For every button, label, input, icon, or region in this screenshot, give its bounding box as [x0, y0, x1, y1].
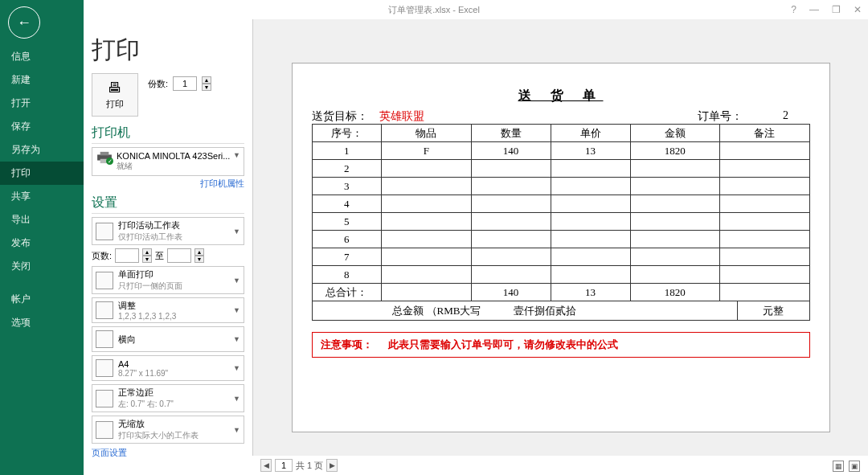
- doc-table: 序号：物品数量单价金额备注 1F1401318202345678 总合计： 14…: [312, 124, 810, 301]
- sidebar-item-9[interactable]: 关闭: [0, 255, 84, 278]
- print-settings-panel: 打印 🖶 打印 份数: ▲▼ 打印机 ✓ KONICA MINOLTA 423S…: [84, 29, 252, 467]
- setting-orientation[interactable]: 横向▼: [92, 326, 244, 352]
- sidebar-item-1[interactable]: 新建: [0, 68, 84, 92]
- page-setup-link[interactable]: 页面设置: [92, 447, 244, 459]
- sidebar-item-3[interactable]: 保存: [0, 115, 84, 138]
- close-icon[interactable]: ✕: [854, 4, 862, 15]
- sidebar-item-0[interactable]: 信息: [0, 45, 84, 68]
- view-controls: ▦ ▣: [833, 461, 860, 472]
- minimize-icon[interactable]: —: [809, 4, 819, 15]
- sidebar-item-4[interactable]: 另存为: [0, 138, 84, 162]
- sidebar-bottom-0[interactable]: 帐户: [0, 288, 84, 311]
- setting-margins[interactable]: 正常边距左: 0.7" 右: 0.7"▼: [92, 384, 244, 412]
- pages-to-input[interactable]: [167, 248, 191, 263]
- help-icon[interactable]: ?: [791, 4, 796, 15]
- back-button[interactable]: ←: [8, 6, 40, 39]
- printer-props-link[interactable]: 打印机属性: [92, 178, 244, 190]
- setting-paper[interactable]: A48.27" x 11.69"▼: [92, 355, 244, 381]
- order-label: 订单号：: [698, 109, 762, 124]
- printer-selector[interactable]: ✓ KONICA MINOLTA 423Seri... 就绪 ▼: [92, 147, 244, 176]
- table-row: 5: [312, 213, 809, 231]
- table-row: 7: [312, 248, 809, 266]
- doc-header-row: 送货目标： 英雄联盟 订单号： 2: [312, 109, 810, 124]
- setting-icon: [96, 359, 113, 377]
- setting-icon: [96, 223, 113, 240]
- setting-print-what[interactable]: 打印活动工作表仅打印活动工作表▼: [92, 217, 244, 245]
- table-row: 6: [312, 231, 809, 248]
- order-value: 2: [762, 109, 810, 124]
- setting-scale[interactable]: 无缩放打印实际大小的工作表▼: [92, 416, 244, 444]
- sidebar-item-2[interactable]: 打开: [0, 92, 84, 115]
- show-margins-icon[interactable]: ▦: [833, 461, 844, 472]
- total-price: 13: [551, 284, 630, 301]
- table-row: 4: [312, 195, 809, 213]
- settings-heading: 设置: [92, 195, 244, 214]
- restore-icon[interactable]: ❐: [832, 4, 841, 15]
- chevron-down-icon: ▼: [233, 426, 240, 434]
- setting-icon: [96, 301, 113, 319]
- amtcn-label: 总金额 （RMB大写: [313, 304, 497, 318]
- window-actions: ? — ❐ ✕: [791, 4, 862, 15]
- page-title: 打印: [92, 34, 244, 67]
- print-preview: 送 货 单 送货目标： 英雄联盟 订单号： 2 序号：物品数量单价金额备注 1F…: [252, 19, 868, 456]
- chevron-down-icon: ▼: [233, 306, 240, 314]
- copies-input[interactable]: [173, 76, 197, 91]
- total-qty: 140: [471, 284, 551, 301]
- amtcn-suffix: 元整: [737, 301, 809, 320]
- page-navigator: ◀ 共 1 页 ▶: [260, 459, 338, 472]
- current-page-input[interactable]: [275, 459, 293, 472]
- printer-icon: 🖶: [108, 80, 122, 96]
- notice-label: 注意事项：: [321, 338, 373, 350]
- amtcn-value: 壹仟捌佰贰拾: [497, 304, 737, 318]
- th-1: 物品: [382, 125, 471, 142]
- setting-sides[interactable]: 单面打印只打印一侧的页面▼: [92, 266, 244, 294]
- printer-status: 就绪: [117, 161, 237, 172]
- setting-collate[interactable]: 调整1,2,3 1,2,3 1,2,3▼: [92, 297, 244, 323]
- chevron-down-icon: ▼: [233, 364, 240, 372]
- setting-icon: [96, 272, 113, 289]
- pages-to-spinner[interactable]: ▲▼: [194, 248, 204, 263]
- pages-from-spinner[interactable]: ▲▼: [142, 248, 152, 263]
- setting-icon: [96, 330, 113, 348]
- sidebar-item-8[interactable]: 发布: [0, 231, 84, 255]
- amount-row: 总金额 （RMB大写 壹仟捌佰贰拾 元整: [312, 301, 810, 321]
- th-5: 备注: [720, 125, 809, 142]
- notice-box: 注意事项： 此表只需要输入订单号即可，请勿修改表中的公式: [312, 332, 810, 358]
- window-title: 订单管理表.xlsx - Excel: [388, 4, 480, 16]
- th-0: 序号：: [312, 125, 382, 142]
- page-total: 共 1 页: [296, 460, 323, 472]
- backstage-sidebar: ← 信息新建打开保存另存为打印共享导出发布关闭 帐户选项: [0, 0, 84, 475]
- setting-icon: [96, 390, 113, 407]
- table-row: 1F140131820: [312, 142, 809, 160]
- th-2: 数量: [471, 125, 551, 142]
- copies-label: 份数:: [148, 78, 168, 90]
- total-amt: 1820: [630, 284, 719, 301]
- zoom-to-page-icon[interactable]: ▣: [849, 461, 860, 472]
- chevron-down-icon: ▼: [233, 276, 240, 285]
- sidebar-bottom-1[interactable]: 选项: [0, 311, 84, 334]
- svg-rect-1: [100, 152, 109, 155]
- pages-to-label: 至: [155, 250, 164, 262]
- next-page-button[interactable]: ▶: [326, 459, 338, 472]
- pages-label: 页数:: [92, 250, 112, 262]
- sidebar-item-6[interactable]: 共享: [0, 185, 84, 208]
- prev-page-button[interactable]: ◀: [260, 459, 272, 472]
- pages-from-input[interactable]: [115, 248, 139, 263]
- copies-spinner[interactable]: ▲▼: [202, 76, 211, 91]
- table-row: 8: [312, 266, 809, 284]
- sidebar-item-7[interactable]: 导出: [0, 208, 84, 231]
- chevron-down-icon: ▼: [233, 227, 240, 235]
- preview-page: 送 货 单 送货目标： 英雄联盟 订单号： 2 序号：物品数量单价金额备注 1F…: [292, 63, 830, 432]
- printer-heading: 打印机: [92, 125, 244, 144]
- table-row: 3: [312, 178, 809, 195]
- target-value: 英雄联盟: [379, 109, 556, 124]
- total-label: 总合计：: [312, 284, 382, 301]
- ready-check-icon: ✓: [106, 158, 113, 165]
- print-button[interactable]: 🖶 打印: [92, 73, 138, 117]
- copies-row: 份数: ▲▼: [148, 76, 211, 91]
- titlebar: 订单管理表.xlsx - Excel ? — ❐ ✕: [0, 0, 868, 19]
- printer-name: KONICA MINOLTA 423Seri...: [117, 151, 237, 161]
- th-3: 单价: [551, 125, 630, 142]
- sidebar-item-5[interactable]: 打印: [0, 162, 84, 185]
- setting-icon: [96, 421, 113, 439]
